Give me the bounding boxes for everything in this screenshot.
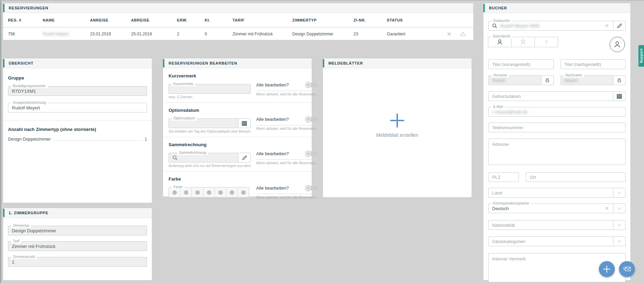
language-select[interactable]: Korrespondenzsprache Deutsch ✕ [488,203,626,213]
edit-all-label: Alle bearbeiten? [256,151,289,156]
placeholder: Geburtsdatum [492,94,521,99]
col-zimmertyp[interactable]: ZIMMERTYP [292,18,353,22]
phone-input[interactable]: Telefonnummer [488,123,626,132]
field-label: Korrespondenzsprache [491,201,531,206]
create-meldeblatt-button[interactable]: Meldeblatt erstellen [323,68,472,183]
add-guest-fab[interactable] [599,261,615,277]
title-suffix-input[interactable]: Titel (nachgestellt) [561,59,626,69]
col-res-nr[interactable]: RES. # [8,18,43,22]
guest-avatar [610,37,625,52]
zimmergruppe-panel-header: 1. ZIMMERGRUPPE [3,208,152,218]
support-tab[interactable]: Support [638,45,644,67]
panel-title: 1. ZIMMERGRUPPE [9,211,48,215]
field-hint: max. 5 Zeichen [169,95,251,99]
guest-search-input[interactable]: Gastsuche Rudolf Meyert 4956 ✕ [488,21,613,31]
color-swatch[interactable] [192,188,203,197]
panel-title: ÜBERSICHT [9,61,33,65]
edit-pencil-icon[interactable] [238,153,251,163]
field-label: Gruppenbezeichnung [11,101,48,105]
group-name-value: Rudolf Meyert [12,105,40,110]
zimmertyp-value: Design Doppelzimmer [12,228,56,233]
clear-search-icon[interactable]: ✕ [604,23,610,28]
calendar-icon[interactable] [613,91,626,101]
col-abreise[interactable]: ABREISE [131,18,177,22]
col-status[interactable]: STATUS [387,18,435,22]
tarif-value: Zimmer mit Frühstück [12,244,56,249]
send-email-fab[interactable] [619,261,635,277]
firstname-group: Vorname Rudolf [488,75,554,85]
field-hint: Sie erhalten am Tag des Optionsablaufs e… [169,130,251,133]
lock-icon[interactable] [613,75,626,85]
edit-all-hint: Wenn aktiviert, wird für alle Reservieru… [256,91,318,96]
clear-language-icon[interactable]: ✕ [604,206,610,211]
cell-kinder: 0 [205,32,233,36]
color-swatch[interactable] [226,188,238,197]
kurzvermerk-field[interactable]: Kurzvermerk [169,84,251,94]
col-kinder[interactable]: KI. [205,18,233,22]
edit-all-toggle[interactable] [305,185,318,191]
edit-all-toggle[interactable] [305,150,318,157]
dotted-leader [53,140,142,141]
count-heading: Anzahl nach Zimmertyp (ohne stornierte) [8,127,147,132]
country-select[interactable]: Land [488,188,626,198]
chevron-down-icon[interactable] [613,220,626,230]
cell-erwachsene: 2 [177,32,205,36]
email-field[interactable]: E-Mail r.meyert@mail.de [488,107,626,117]
person-icon [613,40,621,49]
field-label: Zimmertyp [11,224,31,228]
zimmeranzahl-value: 1 [12,259,14,265]
gender-unknown-button[interactable]: ? [535,37,558,47]
color-swatch[interactable] [203,188,215,197]
sammelrechnung-search-field[interactable]: Sammelrechnung [169,153,238,163]
nationality-select[interactable]: Nationalität [488,220,626,230]
zip-input[interactable]: PLZ [488,172,519,182]
col-erwachsene[interactable]: ERW. [177,18,205,22]
birthdate-input[interactable]: Geburtsdatum [488,91,613,101]
field-label: Optionsdatum [172,116,197,120]
search-icon [492,23,497,28]
chevron-down-icon[interactable] [613,188,626,198]
col-name[interactable]: NAME [43,18,90,22]
optionsdatum-field[interactable]: Optionsdatum [169,118,238,128]
field-label: Nachname [564,73,584,77]
field-label: Bestätigungsnummer [11,84,48,88]
lastname-value-redacted: Meyert [564,78,578,83]
col-anreise[interactable]: ANREISE [90,18,131,22]
calendar-icon[interactable] [238,118,251,128]
edit-all-toggle[interactable] [305,82,318,88]
city-input[interactable]: Ort [526,172,626,182]
chevron-down-icon[interactable] [613,236,626,246]
uebersicht-panel-header: ÜBERSICHT [3,58,152,68]
language-value: Deutsch [492,206,509,211]
cell-tarif: Zimmer mit Frühstück [233,32,292,36]
section-kurzvermerk: Kurzvermerk Kurzvermerk max. 5 Zeichen A… [163,68,312,102]
edit-guest-pencil-icon[interactable] [613,21,626,31]
cancel-reservation-icon[interactable]: ✕ [446,31,453,38]
edit-all-label: Alle bearbeiten? [256,117,289,122]
placeholder: Titel (vorangestellt) [492,62,530,67]
gastsuche-group: Gastsuche Rudolf Meyert 4956 ✕ [488,21,626,31]
title-prefix-input[interactable]: Titel (vorangestellt) [488,59,554,69]
field-label: Zimmeranzahl [11,255,36,259]
chevron-down-icon[interactable] [613,203,626,213]
placeholder: Interner Vermerk [492,256,526,261]
panel-title: RESERVIERUNGEN BEARBEITEN [169,61,237,65]
lock-icon[interactable] [541,75,554,85]
field-label: Gastsuche [491,19,512,23]
col-tarif[interactable]: TARIF [233,18,292,22]
cell-res-nr: 756 [8,32,43,36]
address-textarea[interactable]: Adresse [488,139,626,165]
edit-all-toggle[interactable] [305,116,318,122]
color-swatch[interactable] [238,188,249,197]
plus-icon [390,114,404,127]
male-person-icon [496,39,503,45]
section-heading: Farbe [169,176,251,182]
color-swatch[interactable] [215,188,226,197]
col-zi-nr[interactable]: ZI-NR. [353,18,387,22]
field-label: Sammelrechnung [177,151,208,155]
gender-female-button[interactable] [511,37,535,47]
meal-cloche-icon[interactable] [459,31,466,38]
group-name-field[interactable]: Gruppenbezeichnung Rudolf Meyert [8,103,147,113]
reservation-row[interactable]: 756 Rudolf Meyert 23.01.2019 25.01.2019 … [3,27,473,41]
guest-categories-select[interactable]: Gästekategorien [488,236,626,246]
